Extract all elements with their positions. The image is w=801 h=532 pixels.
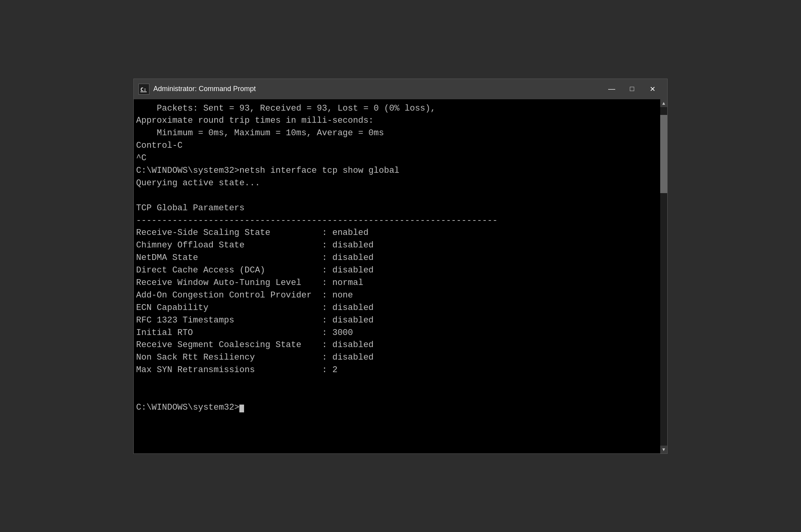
minimize-button[interactable]: — xyxy=(602,79,622,99)
scroll-track[interactable] xyxy=(660,107,667,446)
svg-text:_: _ xyxy=(141,88,143,91)
cmd-window: C: _ Administrator: Command Prompt — □ ✕… xyxy=(133,79,668,454)
close-button[interactable]: ✕ xyxy=(642,79,663,99)
window-title: Administrator: Command Prompt xyxy=(153,85,602,93)
title-bar: C: _ Administrator: Command Prompt — □ ✕ xyxy=(134,79,667,99)
window-controls: — □ ✕ xyxy=(602,79,663,99)
scroll-up-button[interactable]: ▲ xyxy=(660,99,667,107)
scroll-thumb[interactable] xyxy=(660,115,667,193)
terminal-output[interactable]: Packets: Sent = 93, Received = 93, Lost … xyxy=(134,99,660,453)
app-icon: C: _ xyxy=(138,84,149,95)
scrollbar[interactable]: ▲ ▼ xyxy=(660,99,667,453)
scroll-down-button[interactable]: ▼ xyxy=(660,446,667,453)
content-area: Packets: Sent = 93, Received = 93, Lost … xyxy=(134,99,667,453)
maximize-button[interactable]: □ xyxy=(622,79,642,99)
terminal-cursor xyxy=(239,405,244,412)
